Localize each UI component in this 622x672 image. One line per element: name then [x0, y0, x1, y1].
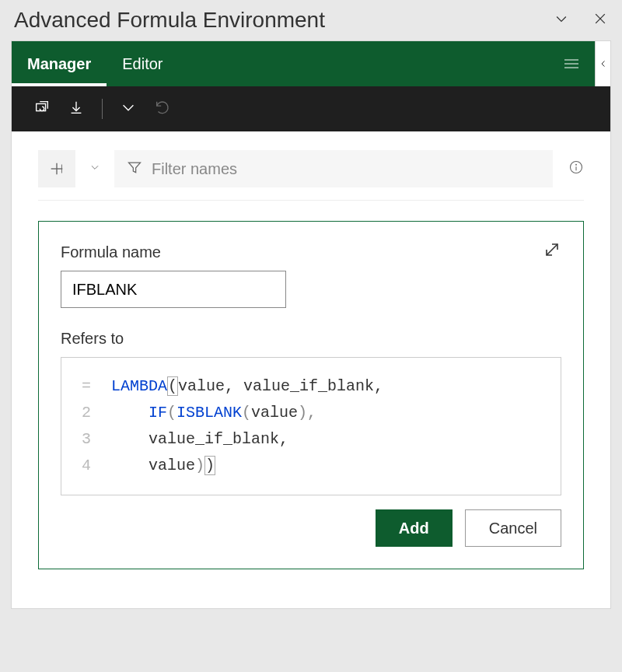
add-name-button[interactable] — [38, 150, 75, 187]
toolbar-separator — [102, 99, 103, 119]
tab-manager[interactable]: Manager — [12, 41, 107, 86]
formula-name-input[interactable] — [61, 271, 286, 308]
sync-icon[interactable] — [33, 99, 51, 119]
chevron-down-icon[interactable] — [120, 99, 137, 119]
refers-to-label: Refers to — [61, 330, 561, 348]
expand-icon[interactable] — [543, 240, 561, 262]
svg-point-14 — [576, 164, 577, 165]
collapse-pane-icon[interactable] — [595, 41, 610, 86]
tab-bar: Manager Editor — [12, 41, 610, 86]
cancel-button[interactable]: Cancel — [465, 509, 561, 547]
divider — [38, 200, 584, 201]
formula-name-label: Formula name — [61, 243, 561, 261]
menu-icon[interactable] — [548, 41, 595, 86]
formula-card: Formula name Refers to =LAMBDA(value, va… — [38, 221, 584, 569]
tab-editor[interactable]: Editor — [107, 41, 178, 86]
add-name-dropdown[interactable] — [85, 157, 105, 180]
filter-icon — [127, 159, 142, 178]
svg-marker-11 — [129, 163, 141, 173]
close-icon[interactable] — [592, 11, 608, 30]
info-icon[interactable] — [568, 159, 584, 178]
download-icon[interactable] — [68, 99, 85, 119]
toolbar — [12, 86, 610, 131]
formula-editor[interactable]: =LAMBDA(value, value_if_blank, 2 IF(ISBL… — [61, 357, 561, 495]
svg-line-15 — [547, 244, 557, 255]
undo-icon — [154, 99, 171, 119]
pane-title: Advanced Formula Environment — [14, 8, 325, 33]
add-button[interactable]: Add — [376, 509, 453, 547]
collapse-icon[interactable] — [554, 11, 569, 30]
filter-input[interactable] — [152, 160, 540, 178]
